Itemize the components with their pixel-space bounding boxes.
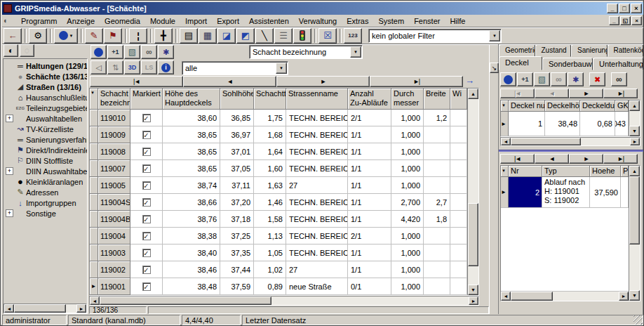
add-record-button[interactable]: +1 <box>107 45 123 59</box>
scroll-right-button[interactable]: ► <box>76 304 86 313</box>
column-header[interactable]: Wi <box>450 89 467 110</box>
grid-cell[interactable]: 1/1 <box>348 160 391 177</box>
grid-cell-schachtbezeichnung[interactable]: 119008 <box>98 143 130 160</box>
grid-cell[interactable]: 1,000 <box>391 278 424 295</box>
grid-cell[interactable]: 2,7 <box>424 194 450 211</box>
grid-cell[interactable]: 1/1 <box>348 143 391 160</box>
grid-cell[interactable] <box>424 177 450 194</box>
scroll-up-button[interactable]: ▲ <box>468 89 478 99</box>
draw-line-button[interactable]: ╲ <box>255 28 274 44</box>
nav-prev-button[interactable]: ◄ <box>535 154 569 164</box>
grid-cell[interactable] <box>450 194 467 211</box>
grid-cell[interactable]: 38,76 <box>163 211 220 228</box>
search-all-button[interactable]: ∞ <box>611 72 627 86</box>
grid-cell[interactable]: 1,000 <box>391 143 424 160</box>
split-button[interactable]: ¦ <box>129 28 147 44</box>
digitize-button[interactable]: ✎ <box>85 28 103 44</box>
tools-button[interactable]: ⚙ <box>29 28 47 44</box>
tree-item-diin-stoffliste[interactable]: ⚐DIIN Stoffliste <box>4 155 87 166</box>
tree-item-importgruppen[interactable]: ↓Importgruppen <box>4 197 87 208</box>
checkbox[interactable]: ✓ <box>142 181 151 190</box>
ls-button[interactable]: LS <box>141 60 157 74</box>
table-row[interactable]: ► 2 Ablauf nach H: 119001 S: 119002 37,5… <box>501 177 629 208</box>
grips-small-button[interactable] <box>90 45 107 59</box>
nav-last-button[interactable]: ►| <box>370 76 463 87</box>
checkbox[interactable]: ✓ <box>142 282 151 291</box>
grid-cell[interactable]: 1,46 <box>254 194 286 211</box>
checkbox[interactable]: ✓ <box>142 215 151 223</box>
annotate-button[interactable]: ⚑ <box>104 28 122 44</box>
grid-cell[interactable] <box>424 160 450 177</box>
grid-cell[interactable] <box>450 228 467 244</box>
grid-cell[interactable]: 36,97 <box>220 126 254 143</box>
grid-cell[interactable]: 37,18 <box>220 211 254 228</box>
grid-cell-markiert[interactable]: ✓ <box>130 228 163 244</box>
numbering-button[interactable]: 123 <box>344 28 362 44</box>
global-filter-dropdown-button[interactable]: ▼ <box>489 30 500 41</box>
tab-rattenkoeder[interactable]: Rattenköder <box>608 44 644 57</box>
grid-cell-schachtbezeichnung[interactable]: 119004SF01 <box>98 194 130 211</box>
expand-icon[interactable]: + <box>6 209 13 217</box>
hoehe-cell[interactable]: 37,590 <box>590 177 621 208</box>
grid-cell[interactable]: 1,75 <box>254 110 286 126</box>
grid-cell[interactable] <box>450 160 467 177</box>
tree-item-tv-kuerzelliste[interactable]: ↝TV-Kürzelliste <box>4 124 87 134</box>
grid-cell[interactable]: 27 <box>286 177 348 194</box>
grid-cell[interactable]: 1,02 <box>254 261 286 278</box>
grid-cell[interactable]: 1,000 <box>391 126 424 143</box>
grid-cell[interactable] <box>450 143 467 160</box>
column-header[interactable]: Markiert <box>130 89 163 110</box>
grid-cell[interactable] <box>450 261 467 278</box>
grid-cell-schachtbezeichnung[interactable]: 119010 <box>98 110 130 126</box>
grid-cell[interactable]: 37,11 <box>220 177 254 194</box>
grid-cell[interactable] <box>450 177 467 194</box>
grid-cell[interactable]: 1,60 <box>254 160 286 177</box>
grid-cell[interactable]: 38,48 <box>163 278 220 295</box>
select-button[interactable]: ▦ <box>199 28 217 44</box>
column-header[interactable]: Deckel nu... <box>509 100 545 112</box>
table-row[interactable]: 119005✓38,7437,111,63271/11,000 <box>90 177 467 194</box>
scroll-right-button[interactable]: ► <box>630 138 640 145</box>
scroll-thumb[interactable] <box>14 304 66 313</box>
info-button[interactable]: i <box>158 60 174 74</box>
checkbox[interactable]: ✓ <box>142 148 151 156</box>
system-menu-icon[interactable]: ◐ <box>4 16 13 25</box>
tab-zustand[interactable]: Zustand <box>535 44 572 57</box>
grid-cell[interactable] <box>450 211 467 228</box>
grid-cell-markiert[interactable]: ✓ <box>130 211 163 228</box>
grid-cell-markiert[interactable]: ✓ <box>130 160 163 177</box>
table-row[interactable]: ►119001✓38,4837,590,89neue Straße0/11,00… <box>90 278 467 295</box>
grid-cell[interactable]: 2,700 <box>391 194 424 211</box>
search-button[interactable]: ∞ <box>551 72 567 86</box>
tree-item-direkteinleiter[interactable]: ⚑Direkt/Indirekteinleiter <box>4 145 87 155</box>
grid-cell[interactable]: 38,46 <box>163 261 220 278</box>
scroll-thumb[interactable] <box>100 296 271 305</box>
global-filter-combo[interactable]: kein globaler Filter ▼ <box>368 29 502 43</box>
column-header[interactable]: Nr <box>509 166 542 177</box>
column-header[interactable]: Typ <box>542 166 590 177</box>
tree-item-adressen[interactable]: ✎Adressen <box>4 187 87 197</box>
grid-cell[interactable]: TECHN. BEREICH <box>286 143 348 160</box>
table-row[interactable]: 119003✓38,4037,351,05TECHN. BEREICH1/11,… <box>90 244 467 261</box>
scroll-up-button[interactable]: ▲ <box>629 100 640 111</box>
mdi-restore-button[interactable]: ◱ <box>620 16 631 25</box>
grid-cell-schachtbezeichnung[interactable]: 119004B01 <box>98 211 130 228</box>
tree-item-diin-auswahltabellen[interactable]: +DIIN Auswahltabellen <box>4 166 87 176</box>
menu-extras[interactable]: Extras <box>342 15 373 27</box>
grid-cell[interactable]: 1/1 <box>348 177 391 194</box>
grid-cell[interactable]: 38,74 <box>163 177 220 194</box>
grid-cell-markiert[interactable]: ✓ <box>130 143 163 160</box>
nav-first-button[interactable]: |◄ <box>90 76 183 87</box>
grid-corner-header[interactable]: ▼ <box>501 166 509 177</box>
scroll-right-button[interactable]: ► <box>619 292 629 301</box>
tree-item-sanierungsverfahren[interactable]: ═Sanierungsverfahren_ <box>4 134 87 145</box>
checkbox[interactable]: ✓ <box>142 249 151 257</box>
deckel-nr-cell[interactable]: 1 <box>509 112 545 136</box>
resize-grip[interactable] <box>633 315 643 325</box>
tree-item-teileinzugsgebiete[interactable]: EZGTeileinzugsgebiete <box>4 103 87 113</box>
tree-hscrollbar[interactable]: ◄ ► <box>4 304 87 313</box>
nav-prev-button[interactable]: ◄ <box>535 89 569 98</box>
column-header[interactable]: Schacht bezeichnu... <box>98 89 130 110</box>
grid-cell[interactable] <box>450 126 467 143</box>
scroll-down-button[interactable]: ▼ <box>629 290 640 301</box>
